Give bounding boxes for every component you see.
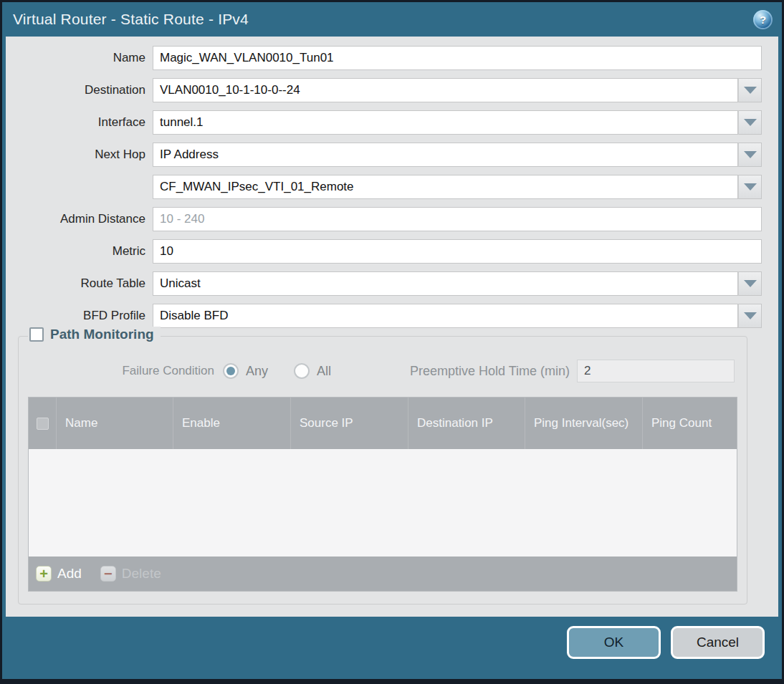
metric-row: Metric <box>6 239 762 264</box>
help-icon[interactable]: ? <box>753 10 773 29</box>
next-hop-address-dropdown-button[interactable] <box>738 175 762 199</box>
route-table-control <box>153 271 762 296</box>
interface-row: Interface <box>6 110 762 135</box>
interface-label: Interface <box>6 115 153 130</box>
cancel-button[interactable]: Cancel <box>671 626 765 659</box>
destination-control <box>153 78 762 102</box>
name-control <box>153 46 762 70</box>
select-all-cell <box>29 398 57 449</box>
failure-condition-label: Failure Condition <box>28 364 223 378</box>
column-header-enable[interactable]: Enable <box>173 398 291 449</box>
failure-condition-radio-all[interactable] <box>294 363 310 379</box>
chevron-down-icon <box>744 119 757 126</box>
path-monitoring-legend: Path Monitoring <box>28 327 161 342</box>
admin-distance-control <box>153 207 762 231</box>
failure-condition-row: Failure Condition Any All Preemptive Hol… <box>28 358 737 397</box>
destination-input[interactable] <box>153 78 738 102</box>
bfd-profile-dropdown-button[interactable] <box>738 304 762 328</box>
next-hop-address-row <box>6 175 762 199</box>
next-hop-control <box>153 143 762 167</box>
chevron-down-icon <box>744 280 757 287</box>
path-monitoring-checkbox[interactable] <box>29 327 44 342</box>
ok-button[interactable]: OK <box>567 626 661 659</box>
next-hop-address-input[interactable] <box>153 175 738 199</box>
radio-dot <box>297 367 306 375</box>
question-mark-glyph: ? <box>760 14 766 26</box>
failure-condition-radio-any[interactable] <box>223 363 239 379</box>
table-header-row: Name Enable Source IP Destination IP Pin… <box>29 398 737 449</box>
minus-icon: − <box>100 566 116 582</box>
name-input[interactable] <box>153 46 762 70</box>
window-frame: Virtual Router - Static Route - IPv4 ? N… <box>0 0 784 684</box>
delete-button-label: Delete <box>122 566 161 582</box>
bfd-profile-input[interactable] <box>153 304 738 328</box>
table-body-empty <box>29 449 737 557</box>
delete-button[interactable]: − Delete <box>100 566 161 582</box>
interface-input[interactable] <box>153 110 738 135</box>
failure-condition-all-label: All <box>317 364 331 379</box>
column-header-name[interactable]: Name <box>57 398 173 449</box>
next-hop-label: Next Hop <box>6 148 153 162</box>
add-button[interactable]: + Add <box>36 566 82 582</box>
preemptive-hold-time-label: Preemptive Hold Time (min) <box>410 364 577 379</box>
admin-distance-input[interactable] <box>153 207 762 231</box>
failure-condition-any-label: Any <box>246 364 268 379</box>
table-action-bar: + Add − Delete <box>29 557 737 591</box>
bfd-profile-control <box>153 304 762 328</box>
column-header-source-ip[interactable]: Source IP <box>291 398 408 449</box>
dialog-footer: OK Cancel <box>2 617 782 679</box>
chevron-down-icon <box>744 87 757 94</box>
dialog-content: Name Destination Interface <box>6 37 778 617</box>
destination-label: Destination <box>6 83 153 97</box>
path-monitoring-table: Name Enable Source IP Destination IP Pin… <box>28 397 737 592</box>
route-table-label: Route Table <box>6 276 153 291</box>
bfd-profile-label: BFD Profile <box>6 309 153 323</box>
chevron-down-icon <box>744 312 757 319</box>
next-hop-row: Next Hop <box>6 143 762 167</box>
metric-control <box>153 239 762 264</box>
name-row: Name <box>6 46 762 70</box>
admin-distance-label: Admin Distance <box>6 212 153 226</box>
destination-row: Destination <box>6 78 762 102</box>
route-table-row: Route Table <box>6 271 762 296</box>
column-header-ping-interval[interactable]: Ping Interval(sec) <box>525 398 643 449</box>
metric-input[interactable] <box>153 239 762 264</box>
dialog-titlebar: Virtual Router - Static Route - IPv4 ? <box>2 2 782 37</box>
chevron-down-icon <box>744 183 757 191</box>
chevron-down-icon <box>744 151 757 158</box>
destination-dropdown-button[interactable] <box>738 78 762 102</box>
preemptive-hold-time-input[interactable] <box>577 360 735 382</box>
name-label: Name <box>6 51 153 65</box>
path-monitoring-section: Path Monitoring Failure Condition Any Al… <box>18 336 747 604</box>
add-button-label: Add <box>57 566 82 582</box>
dialog-title: Virtual Router - Static Route - IPv4 <box>13 11 249 28</box>
column-header-ping-count[interactable]: Ping Count <box>643 398 737 449</box>
column-header-destination-ip[interactable]: Destination IP <box>408 398 525 449</box>
radio-dot <box>226 367 235 375</box>
interface-dropdown-button[interactable] <box>738 110 762 135</box>
route-table-dropdown-button[interactable] <box>738 271 762 296</box>
static-route-dialog: Virtual Router - Static Route - IPv4 ? N… <box>2 2 782 679</box>
next-hop-type-input[interactable] <box>153 143 738 167</box>
next-hop-address-control <box>153 175 762 199</box>
bfd-profile-row: BFD Profile <box>6 304 762 328</box>
route-table-input[interactable] <box>153 271 738 296</box>
interface-control <box>153 110 762 135</box>
select-all-checkbox[interactable] <box>37 418 49 430</box>
metric-label: Metric <box>6 244 153 259</box>
admin-distance-row: Admin Distance <box>6 207 762 231</box>
plus-icon: + <box>36 566 52 582</box>
next-hop-dropdown-button[interactable] <box>738 143 762 167</box>
path-monitoring-title: Path Monitoring <box>50 327 154 342</box>
